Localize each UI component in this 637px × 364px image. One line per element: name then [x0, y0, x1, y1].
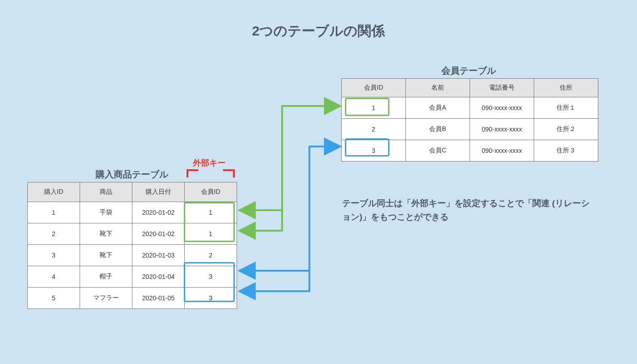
- member-header: 名前: [406, 79, 470, 97]
- table-cell: 2: [185, 245, 237, 266]
- member-table: 会員ID 名前 電話番号 住所 1会員A090-xxxx-xxxx住所１2会員B…: [341, 78, 598, 162]
- table-cell: 3: [342, 140, 406, 162]
- member-header: 会員ID: [342, 79, 406, 97]
- table-cell: 住所３: [534, 140, 598, 162]
- purchase-header: 購入ID: [28, 182, 80, 202]
- table-cell: 2020-01-05: [132, 288, 185, 309]
- bracket-left-icon: [187, 169, 198, 177]
- table-cell: 090-xxxx-xxxx: [470, 140, 534, 162]
- table-cell: マフラー: [80, 288, 132, 309]
- table-cell: 2020-01-02: [132, 202, 185, 223]
- bracket-right-icon: [223, 169, 235, 177]
- table-cell: 1: [185, 202, 237, 223]
- table-cell: 1: [342, 97, 406, 119]
- table-cell: 会員A: [406, 97, 470, 119]
- member-header: 電話番号: [470, 79, 534, 97]
- relation-description: テーブル同士は「外部キー」を設定することで「関連 (リレーション)」をもつことが…: [342, 197, 597, 224]
- table-cell: 3: [28, 245, 80, 266]
- purchase-table: 購入ID 商品 購入日付 会員ID 1手袋2020-01-0212靴下2020-…: [27, 182, 237, 309]
- purchase-table-title: 購入商品テーブル: [27, 168, 237, 181]
- purchase-header: 会員ID: [185, 182, 237, 202]
- table-cell: 090-xxxx-xxxx: [470, 97, 534, 119]
- table-cell: 住所２: [534, 119, 598, 140]
- table-cell: 手袋: [80, 202, 132, 223]
- table-cell: 帽子: [80, 266, 132, 288]
- table-cell: 2020-01-04: [132, 266, 185, 288]
- table-cell: 靴下: [80, 223, 132, 245]
- foreign-key-label: 外部キー: [184, 157, 234, 168]
- member-header: 住所: [534, 79, 598, 97]
- table-cell: 3: [185, 288, 237, 309]
- table-cell: 会員C: [406, 140, 470, 162]
- table-cell: 4: [28, 266, 80, 288]
- table-cell: 1: [28, 202, 80, 223]
- table-cell: 住所１: [534, 97, 598, 119]
- table-cell: 2020-01-03: [132, 245, 185, 266]
- table-cell: 2: [28, 223, 80, 245]
- table-cell: 5: [28, 288, 80, 309]
- table-cell: 2020-01-02: [132, 223, 185, 245]
- purchase-header: 購入日付: [132, 182, 185, 202]
- purchase-header: 商品: [80, 182, 132, 202]
- table-cell: 3: [185, 266, 237, 288]
- member-table-title: 会員テーブル: [341, 65, 596, 77]
- table-cell: 靴下: [80, 245, 132, 266]
- table-cell: 会員B: [406, 119, 470, 140]
- table-cell: 1: [185, 223, 237, 245]
- table-cell: 2: [342, 119, 406, 140]
- table-cell: 090-xxxx-xxxx: [470, 119, 534, 140]
- page-title: 2つのテーブルの関係: [0, 22, 637, 40]
